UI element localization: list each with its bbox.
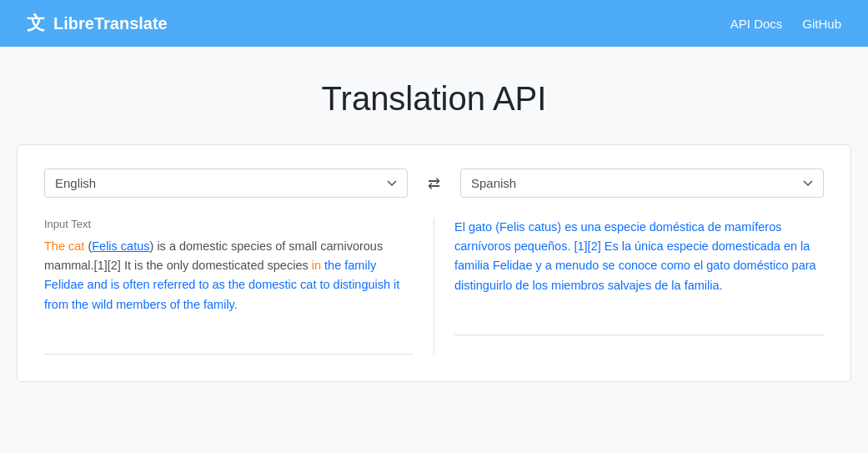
target-language-select[interactable]: Spanish English French German Italian Po… (460, 169, 824, 198)
brand: 文 LibreTranslate (27, 11, 168, 36)
output-text-area: El gato (Felis catus) es una especie dom… (454, 218, 824, 318)
brand-name: LibreTranslate (53, 14, 168, 33)
logo-icon: 文 (27, 11, 45, 36)
page-title: Translation API (17, 80, 851, 118)
language-selector-row: English Spanish French German Italian Po… (44, 169, 824, 198)
input-text-link-felis[interactable]: Felis catus (92, 239, 149, 253)
input-column: Input Text The cat (Felis catus) is a do… (44, 218, 434, 355)
input-text-highlight-2: in (312, 259, 321, 272)
translation-card: English Spanish French German Italian Po… (17, 144, 851, 382)
input-text-area[interactable]: The cat (Felis catus) is a domestic spec… (44, 237, 414, 337)
output-column: El gato (Felis catus) es una especie dom… (434, 218, 824, 355)
app-header: 文 LibreTranslate API Docs GitHub (0, 0, 868, 47)
target-language-wrap: Spanish English French German Italian Po… (460, 169, 824, 198)
swap-icon: ⇄ (428, 174, 440, 193)
output-text-highlight-1: El gato (Felis catus) es una especie dom… (454, 220, 816, 292)
input-label: Input Text (44, 218, 414, 230)
main-content: Translation API English Spanish French G… (0, 47, 868, 399)
input-divider (44, 354, 414, 355)
github-link[interactable]: GitHub (802, 17, 841, 31)
header-nav: API Docs GitHub (730, 17, 841, 31)
translation-area: Input Text The cat (Felis catus) is a do… (44, 218, 824, 355)
swap-languages-button[interactable]: ⇄ (421, 171, 447, 196)
api-docs-link[interactable]: API Docs (730, 17, 783, 31)
source-language-wrap: English Spanish French German Italian Po… (44, 169, 408, 198)
source-language-select[interactable]: English Spanish French German Italian Po… (44, 169, 408, 198)
output-divider (454, 335, 824, 335)
input-text-highlight-1: The cat (44, 239, 84, 253)
input-text-highlight-3: the family Felidae and is often referred… (44, 259, 399, 310)
